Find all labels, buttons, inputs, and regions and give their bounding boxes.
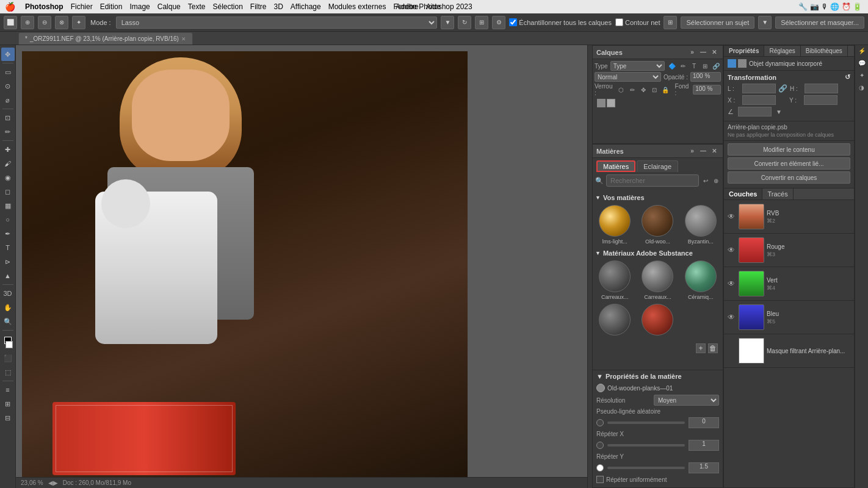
sample-all-label[interactable]: Échantillonner tous les calques — [509, 18, 612, 26]
couche-rvb-eye[interactable]: 👁 — [726, 212, 736, 221]
right-icon-3[interactable]: ✦ — [857, 72, 867, 82]
couches-tab-traces[interactable]: Tracés — [762, 188, 793, 199]
tool-clone[interactable]: ◉ — [1, 171, 15, 184]
calques-icon-3[interactable]: T — [689, 61, 699, 71]
tool-gradient[interactable]: ▦ — [1, 199, 15, 212]
calques-mode-select[interactable]: Normal — [595, 72, 661, 82]
menu-3d[interactable]: 3D — [274, 2, 283, 11]
mat-partial2[interactable] — [638, 304, 677, 337]
calques-close-btn[interactable]: ✕ — [709, 48, 719, 57]
props-tab-properties[interactable]: Propriétés — [724, 46, 764, 56]
lock-artboard-btn[interactable]: ⊡ — [649, 85, 659, 95]
select-subject-btn[interactable]: Sélectionner un sujet — [681, 16, 754, 29]
mat-byzantin[interactable]: Byzantin... — [681, 205, 720, 245]
transform-l-input[interactable]: 5504 px — [742, 84, 776, 93]
tool-path[interactable]: ⊳ — [1, 255, 15, 268]
mat-lms[interactable]: lms-light... — [595, 205, 634, 245]
transform-h-input[interactable]: 8266 px — [805, 84, 838, 93]
lock-all-btn[interactable]: 🔒 — [660, 85, 670, 95]
couche-masque[interactable]: Masque filtrant Arrière-plan... — [724, 334, 854, 368]
couche-vert[interactable]: 👁 Vert ⌘4 — [724, 267, 854, 301]
menu-filtre[interactable]: Filtre — [250, 2, 267, 11]
mat-add-btn[interactable]: + — [696, 343, 706, 353]
tool-dodge[interactable]: ○ — [1, 213, 15, 226]
transform-link-icon[interactable]: 🔗 — [778, 84, 787, 93]
tab-matieres[interactable]: Matières — [596, 160, 635, 172]
props-tab-reglages[interactable]: Réglages — [764, 46, 800, 56]
tool-pen[interactable]: ✒ — [1, 227, 15, 240]
calques-opacity-value[interactable]: 100 % — [690, 72, 721, 82]
mat-ceramic[interactable]: Céramiq... — [681, 260, 720, 300]
tool-lasso[interactable]: ⊙ — [1, 79, 15, 93]
grid-btn[interactable]: ⊞ — [475, 16, 488, 29]
matieres-expand-btn[interactable]: » — [687, 146, 697, 156]
swatch-2[interactable] — [607, 99, 615, 107]
mat-repeat-y-value[interactable]: 1.5 — [689, 462, 719, 473]
menu-fichier[interactable]: Fichier — [71, 2, 93, 11]
tool-healing[interactable]: ✚ — [1, 143, 15, 156]
tool-extra-1[interactable]: ≡ — [1, 383, 15, 396]
menu-texte[interactable]: Texte — [188, 2, 206, 11]
matieres-close-btn[interactable]: ✕ — [709, 146, 719, 156]
calques-type-select[interactable]: Type — [610, 61, 665, 71]
matieres-icon-btn-1[interactable]: ↩ — [701, 176, 710, 185]
mat-resolution-select[interactable]: Moyen — [654, 395, 719, 406]
mat-carreaux1[interactable]: Carreaux... — [595, 260, 634, 300]
couche-rvb[interactable]: 👁 RVB ⌘2 — [724, 200, 854, 234]
matieres-icon-btn-2[interactable]: ⊕ — [712, 176, 721, 185]
menu-affichage[interactable]: Affichage — [291, 2, 321, 11]
mat-del-btn[interactable]: 🗑 — [708, 343, 718, 353]
tool-mask-mode[interactable]: ⬛ — [1, 351, 15, 365]
mode-arrow-btn[interactable]: ▼ — [441, 16, 454, 29]
calques-icon-4[interactable]: ⊞ — [700, 61, 710, 71]
mat-repeat-x-value[interactable]: 1 — [689, 440, 719, 451]
convert-linked-btn[interactable]: Convertir en élément lié... — [728, 157, 850, 170]
tool-marquee-rect[interactable]: ▭ — [1, 65, 15, 79]
matieres-search-input[interactable] — [606, 174, 699, 187]
couche-vert-eye[interactable]: 👁 — [726, 279, 736, 288]
tool-3d[interactable]: 3D — [1, 287, 15, 300]
calques-icon-5[interactable]: 🔗 — [711, 61, 721, 71]
tool-preset-btn[interactable]: ⬜ — [4, 16, 17, 29]
couche-rouge-eye[interactable]: 👁 — [726, 246, 736, 254]
couche-bleu[interactable]: 👁 Bleu ⌘5 — [724, 301, 854, 334]
antialiasing-btn[interactable]: ✦ — [72, 16, 85, 29]
mat-repeat-y-radio[interactable] — [596, 464, 604, 472]
contour-net-label[interactable]: Contour net — [615, 18, 660, 26]
tool-crop[interactable]: ⊡ — [1, 111, 15, 124]
mat-repeat-x-radio[interactable] — [596, 442, 604, 449]
tool-fg-bg-colors[interactable] — [1, 332, 15, 351]
right-icon-4[interactable]: ◑ — [857, 84, 867, 94]
matieres-collapse-btn[interactable]: — — [698, 146, 708, 156]
calques-expand-btn[interactable]: » — [687, 48, 697, 57]
menu-selection[interactable]: Sélection — [212, 2, 242, 11]
tool-eraser[interactable]: ◻ — [1, 185, 15, 198]
props-tab-bibliotheques[interactable]: Bibliothèques — [801, 46, 848, 56]
lasso-subtract-btn[interactable]: ⊖ — [38, 16, 51, 29]
convert-calques-btn[interactable]: Convertir en calques — [728, 171, 850, 184]
tab-eclairage[interactable]: Eclairage — [637, 160, 678, 172]
swatch-1[interactable] — [597, 99, 606, 107]
mat-pseudo-radio[interactable] — [596, 419, 604, 426]
right-icon-1[interactable]: ⚡ — [857, 48, 867, 57]
tool-extra-2[interactable]: ⊞ — [1, 397, 15, 411]
menu-photoshop[interactable]: Photoshop — [25, 2, 63, 11]
mat-props-title-row[interactable]: ▼ Propriétés de la matière — [596, 373, 719, 380]
tool-extra-3[interactable]: ⊟ — [1, 411, 15, 425]
calques-collapse-btn[interactable]: — — [698, 48, 708, 57]
menu-calque[interactable]: Calque — [157, 2, 181, 11]
tool-eyedropper[interactable]: ✏ — [1, 125, 15, 138]
mat-carreaux2[interactable]: Carreaux... — [638, 260, 677, 300]
mat-uniform-checkbox[interactable] — [596, 476, 604, 483]
lock-pixels-btn[interactable]: ✏ — [627, 85, 637, 95]
refresh-btn[interactable]: ↻ — [458, 16, 471, 29]
calques-icon-1[interactable]: 🔷 — [667, 61, 677, 71]
canvas-area[interactable]: 23,06 % ◀▶ Doc : 260,0 Mo/811,9 Mo — [16, 45, 587, 488]
settings-btn[interactable]: ⚙ — [492, 16, 505, 29]
lock-transparent-btn[interactable]: ⬡ — [617, 85, 626, 95]
calques-icon-2[interactable]: ✏ — [678, 61, 688, 71]
vos-matieres-header[interactable]: ▼ Vos matières — [595, 194, 720, 201]
tool-brush[interactable]: 🖌 — [1, 157, 15, 170]
tool-shape[interactable]: ▲ — [1, 269, 15, 282]
menu-image[interactable]: Image — [129, 2, 150, 11]
